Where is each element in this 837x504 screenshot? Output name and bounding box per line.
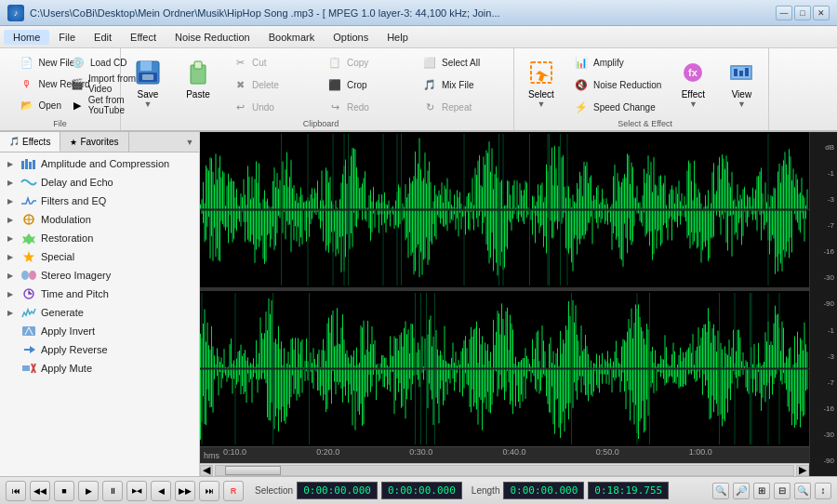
speed-change-button[interactable]: ⚡ Speed Change bbox=[568, 97, 666, 117]
redo-button[interactable]: ↪ Redo bbox=[322, 97, 415, 117]
list-item[interactable]: ▶ Restoration bbox=[0, 229, 199, 247]
h-scrollbar-thumb[interactable] bbox=[225, 466, 281, 475]
timeline-mark: 0:10.0 bbox=[223, 447, 246, 457]
transport-prev[interactable]: ◀ bbox=[151, 481, 171, 501]
menu-home[interactable]: Home bbox=[4, 30, 49, 45]
effect-button[interactable]: fx Effect ▼ bbox=[670, 52, 716, 115]
waveform-top-channel[interactable] bbox=[200, 134, 809, 285]
crop-button[interactable]: ⬛ Crop bbox=[322, 74, 415, 95]
scroll-left-button[interactable]: ◀ bbox=[200, 465, 213, 476]
select-all-button[interactable]: ⬜ Select All bbox=[417, 52, 510, 73]
maximize-button[interactable]: □ bbox=[794, 6, 811, 20]
speed-change-icon: ⚡ bbox=[573, 99, 590, 115]
minimize-button[interactable]: — bbox=[776, 6, 792, 20]
list-item[interactable]: ▶ Special bbox=[0, 247, 199, 266]
special-label: Special bbox=[41, 251, 74, 262]
clipboard-group-label: Clipboard bbox=[125, 119, 517, 128]
menu-help[interactable]: Help bbox=[378, 30, 418, 45]
list-item[interactable]: ▶ Stereo Imagery bbox=[0, 266, 199, 285]
mix-file-button[interactable]: 🎵 Mix File bbox=[417, 74, 510, 95]
delete-button[interactable]: ✖ Delete bbox=[227, 74, 320, 95]
close-button[interactable]: ✕ bbox=[813, 6, 830, 20]
save-icon bbox=[131, 56, 165, 89]
generate-label: Generate bbox=[41, 307, 84, 318]
tab-effects[interactable]: 🎵 Effects bbox=[0, 132, 60, 152]
zoom-fit-button[interactable]: ⊞ bbox=[753, 483, 770, 499]
waveform-top-canvas bbox=[200, 134, 809, 285]
list-item[interactable]: ▶ Filters and EQ bbox=[0, 192, 199, 210]
scroll-right-button[interactable]: ▶ bbox=[796, 465, 809, 476]
menu-effect[interactable]: Effect bbox=[121, 30, 166, 45]
menu-options[interactable]: Options bbox=[324, 30, 378, 45]
waveform-bottom-channel[interactable] bbox=[200, 293, 809, 444]
list-item[interactable]: ▶ Delay and Echo bbox=[0, 173, 199, 192]
transport-play[interactable]: ▶ bbox=[78, 481, 99, 501]
undo-button[interactable]: ↩ Undo bbox=[227, 97, 320, 117]
list-item[interactable]: ▶ Time and Pitch bbox=[0, 285, 199, 303]
noise-reduction-button[interactable]: 🔇 Noise Reduction bbox=[568, 74, 666, 95]
transport-play-sel[interactable]: ▶◀ bbox=[126, 481, 147, 501]
svg-rect-14 bbox=[21, 161, 24, 169]
list-item[interactable]: ▶ Generate bbox=[0, 303, 199, 322]
expand-icon: ▶ bbox=[7, 160, 19, 168]
copy-button[interactable]: 📋 Copy bbox=[322, 52, 415, 73]
panel-options-icon[interactable]: ▼ bbox=[180, 132, 199, 152]
zoom-extra-button[interactable]: 🔍 bbox=[794, 483, 811, 499]
paste-button[interactable]: Paste bbox=[175, 52, 221, 115]
left-panel: 🎵 Effects ★ Favorites ▼ ▶ Amplitude and … bbox=[0, 132, 200, 476]
menu-bar: Home File Edit Effect Noise Reduction Bo… bbox=[0, 26, 837, 48]
crop-label: Crop bbox=[347, 80, 367, 90]
title-bar: ♪ C:\Users\CoBi\Desktop\Mein Ordner\Musi… bbox=[0, 0, 837, 26]
h-scrollbar-track[interactable] bbox=[215, 465, 794, 476]
speed-change-label: Speed Change bbox=[593, 102, 656, 113]
scroll-button[interactable]: ↕ bbox=[815, 483, 831, 499]
transport-end[interactable]: ⏭ bbox=[199, 481, 219, 501]
svg-rect-1 bbox=[140, 61, 152, 71]
zoom-sel-button[interactable]: ⊟ bbox=[774, 483, 790, 499]
cut-button[interactable]: ✂ Cut bbox=[227, 52, 320, 73]
amplify-button[interactable]: 📊 Amplify bbox=[568, 52, 666, 73]
undo-icon: ↩ bbox=[232, 99, 248, 115]
select-button[interactable]: Select ▼ bbox=[518, 52, 565, 115]
time-pitch-icon bbox=[20, 287, 37, 300]
list-item[interactable]: ▶ Apply Reverse bbox=[0, 340, 199, 359]
db-label: -30 bbox=[810, 431, 837, 439]
zoom-in-button[interactable]: 🔎 bbox=[733, 483, 750, 499]
list-item[interactable]: ▶ Amplitude and Compression bbox=[0, 154, 199, 173]
repeat-button[interactable]: ↻ Repeat bbox=[417, 97, 510, 117]
tab-favorites[interactable]: ★ Favorites bbox=[60, 132, 128, 152]
save-button[interactable]: Save ▼ bbox=[125, 52, 171, 115]
transport-rewind-start[interactable]: ⏮ bbox=[6, 481, 26, 501]
db-scale: dB -1 -3 -7 -16 -30 -90 -1 -3 -7 -16 -30… bbox=[809, 132, 837, 476]
title-text: C:\Users\CoBi\Desktop\Mein Ordner\Musik\… bbox=[30, 7, 776, 19]
clipboard-small-buttons: ✂ Cut ✖ Delete ↩ Undo bbox=[227, 52, 320, 128]
get-youtube-icon: ▶ bbox=[70, 97, 85, 113]
list-item[interactable]: ▶ Apply Invert bbox=[0, 322, 199, 340]
list-item[interactable]: ▶ Modulation bbox=[0, 210, 199, 229]
menu-noise[interactable]: Noise Reduction bbox=[166, 30, 259, 45]
menu-file[interactable]: File bbox=[49, 30, 85, 45]
db-label: -90 bbox=[810, 457, 837, 465]
transport-pause[interactable]: ⏸ bbox=[102, 481, 123, 501]
effect-icon: fx bbox=[676, 56, 710, 89]
zoom-out-button[interactable]: 🔍 bbox=[712, 483, 729, 499]
expand-icon: ▶ bbox=[7, 234, 19, 243]
clipboard-small-buttons-3: ⬜ Select All 🎵 Mix File ↻ Repeat bbox=[417, 52, 510, 128]
timeline-mark: 0:40.0 bbox=[502, 447, 525, 457]
db-label: -1 bbox=[810, 326, 837, 335]
selection-start-value: 0:00:00.000 bbox=[297, 482, 378, 499]
selection-field: Selection 0:00:00.000 0:00:00.000 bbox=[255, 482, 462, 499]
toolbar-file-group: 📄 New File 🎙 New Record 📂 Open 💿 Load CD… bbox=[0, 48, 121, 130]
apply-mute-label: Apply Mute bbox=[41, 363, 92, 374]
filters-label: Filters and EQ bbox=[41, 195, 106, 206]
menu-bookmark[interactable]: Bookmark bbox=[259, 30, 325, 45]
transport-stop[interactable]: ■ bbox=[54, 481, 74, 501]
list-item[interactable]: ▶ Apply Mute bbox=[0, 359, 199, 378]
restoration-label: Restoration bbox=[41, 232, 93, 244]
expand-icon: ▶ bbox=[7, 253, 19, 261]
view-button[interactable]: View ▼ bbox=[718, 52, 764, 115]
menu-edit[interactable]: Edit bbox=[85, 30, 121, 45]
transport-forward[interactable]: ▶▶ bbox=[175, 481, 195, 501]
transport-record[interactable]: R bbox=[223, 481, 244, 501]
transport-rewind[interactable]: ◀◀ bbox=[30, 481, 50, 501]
